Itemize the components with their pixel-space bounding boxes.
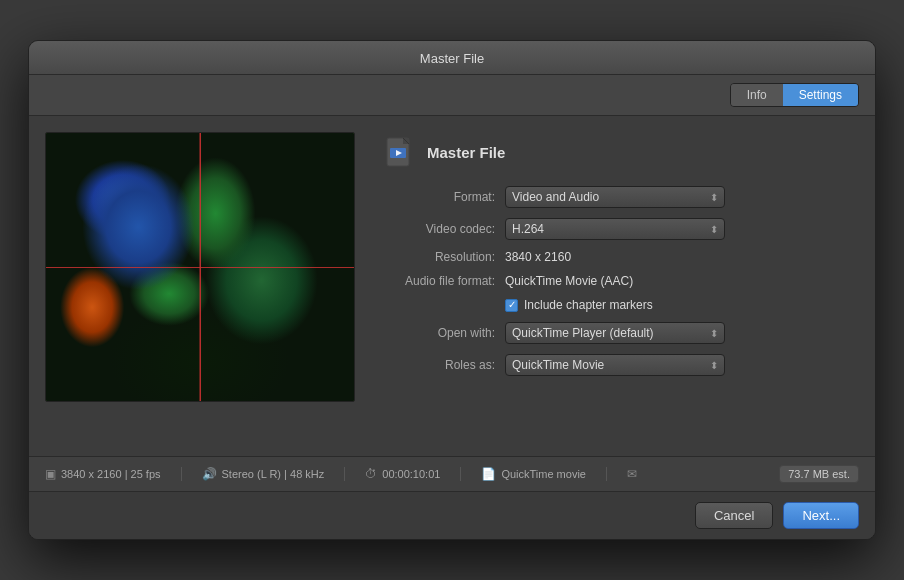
format-dropdown[interactable]: Video and Audio ⬍ (505, 186, 725, 208)
status-separator-2 (344, 467, 345, 481)
audio-format-label: Audio file format: (375, 274, 505, 288)
status-audio-value: Stereo (L R) | 48 kHz (222, 468, 325, 480)
video-codec-dropdown[interactable]: H.264 ⬍ (505, 218, 725, 240)
status-separator-1 (181, 467, 182, 481)
open-with-value: QuickTime Player (default) (512, 326, 654, 340)
status-file-type-value: QuickTime movie (501, 468, 586, 480)
video-codec-value: H.264 (512, 222, 544, 236)
checkbox-check-icon: ✓ (508, 300, 516, 310)
roles-as-label: Roles as: (375, 358, 505, 372)
crosshair-horizontal (46, 267, 354, 268)
resolution-value: 3840 x 2160 (505, 250, 571, 264)
audio-icon: 🔊 (202, 467, 217, 481)
format-dropdown-arrow: ⬍ (710, 192, 718, 203)
window-title: Master File (420, 51, 484, 66)
video-codec-row: Video codec: H.264 ⬍ (375, 218, 859, 240)
size-estimate-badge: 73.7 MB est. (779, 465, 859, 483)
resolution-label: Resolution: (375, 250, 505, 264)
tab-info[interactable]: Info (731, 84, 783, 106)
audio-format-row: Audio file format: QuickTime Movie (AAC) (375, 274, 859, 288)
file-icon (385, 136, 417, 168)
chapter-markers-row: ✓ Include chapter markers (505, 298, 859, 312)
format-label: Format: (375, 190, 505, 204)
roles-as-dropdown-arrow: ⬍ (710, 360, 718, 371)
status-audio: 🔊 Stereo (L R) | 48 kHz (202, 467, 325, 481)
open-with-row: Open with: QuickTime Player (default) ⬍ (375, 322, 859, 344)
audio-format-value: QuickTime Movie (AAC) (505, 274, 633, 288)
roles-as-row: Roles as: QuickTime Movie ⬍ (375, 354, 859, 376)
status-bar: ▣ 3840 x 2160 | 25 fps 🔊 Stereo (L R) | … (29, 456, 875, 491)
status-resolution: ▣ 3840 x 2160 | 25 fps (45, 467, 161, 481)
content-area: Master File Format: Video and Audio ⬍ Vi… (29, 116, 875, 456)
video-preview (45, 132, 355, 402)
footer: Cancel Next... (29, 491, 875, 539)
title-bar: Master File (29, 41, 875, 75)
next-button[interactable]: Next... (783, 502, 859, 529)
status-separator-4 (606, 467, 607, 481)
open-with-dropdown-arrow: ⬍ (710, 328, 718, 339)
video-codec-label: Video codec: (375, 222, 505, 236)
status-duration-value: 00:00:10:01 (382, 468, 440, 480)
toolbar: Info Settings (29, 75, 875, 116)
open-with-label: Open with: (375, 326, 505, 340)
settings-panel: Master File Format: Video and Audio ⬍ Vi… (375, 132, 859, 440)
mail-icon: ✉ (627, 467, 637, 481)
status-file-type: 📄 QuickTime movie (481, 467, 586, 481)
master-file-window: Master File Info Settings (28, 40, 876, 540)
status-separator-3 (460, 467, 461, 481)
clock-icon: ⏱ (365, 467, 377, 481)
preview-panel (45, 132, 355, 440)
file-header: Master File (375, 136, 859, 168)
roles-as-dropdown[interactable]: QuickTime Movie ⬍ (505, 354, 725, 376)
resolution-icon: ▣ (45, 467, 56, 481)
chapter-markers-label: Include chapter markers (524, 298, 653, 312)
file-title: Master File (427, 144, 505, 161)
open-with-dropdown[interactable]: QuickTime Player (default) ⬍ (505, 322, 725, 344)
format-row: Format: Video and Audio ⬍ (375, 186, 859, 208)
file-type-icon: 📄 (481, 467, 496, 481)
resolution-row: Resolution: 3840 x 2160 (375, 250, 859, 264)
tab-group: Info Settings (730, 83, 859, 107)
chapter-markers-checkbox[interactable]: ✓ (505, 299, 518, 312)
video-codec-dropdown-arrow: ⬍ (710, 224, 718, 235)
status-duration: ⏱ 00:00:10:01 (365, 467, 440, 481)
tab-settings[interactable]: Settings (783, 84, 858, 106)
roles-as-value: QuickTime Movie (512, 358, 604, 372)
format-value: Video and Audio (512, 190, 599, 204)
cancel-button[interactable]: Cancel (695, 502, 773, 529)
status-resolution-value: 3840 x 2160 | 25 fps (61, 468, 161, 480)
